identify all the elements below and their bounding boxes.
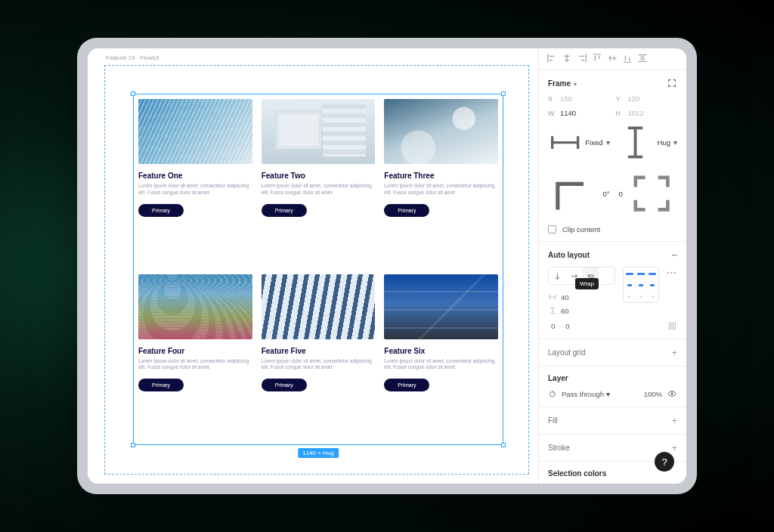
- card-image: [262, 99, 376, 164]
- card-title: Feature Two: [262, 172, 376, 180]
- card-primary-button[interactable]: Primary: [262, 379, 307, 391]
- svg-point-3: [671, 393, 673, 395]
- alignment-toolbar: [539, 48, 686, 70]
- feature-card[interactable]: Feature Six Lorem ipsum dolor sit amet, …: [384, 274, 498, 441]
- design-canvas[interactable]: Feature 19 · FlowUI 1140 × Hug Feature O…: [88, 48, 538, 484]
- svg-point-2: [550, 392, 556, 397]
- height-field[interactable]: H1012: [616, 109, 678, 117]
- card-primary-button[interactable]: Primary: [384, 204, 429, 217]
- selection-colors-heading: Selection colors: [548, 469, 606, 478]
- x-field[interactable]: X150: [548, 94, 610, 103]
- direction-vertical-button[interactable]: [549, 268, 565, 284]
- card-title: Feature One: [138, 172, 252, 180]
- width-mode-dropdown[interactable]: Fixed▾: [548, 123, 610, 162]
- card-description: Lorem ipsum dolor sit amet, consectetur …: [384, 183, 498, 196]
- feature-card-grid: Feature One Lorem ipsum dolor sit amet, …: [138, 99, 498, 440]
- card-description: Lorem ipsum dolor sit amet, consectetur …: [262, 183, 376, 196]
- align-vcenter-icon[interactable]: [607, 53, 618, 63]
- blend-mode-dropdown[interactable]: Pass through ▾: [562, 390, 610, 398]
- card-primary-button[interactable]: Primary: [262, 204, 307, 217]
- frame-heading[interactable]: Frame: [548, 79, 571, 88]
- card-primary-button[interactable]: Primary: [138, 204, 184, 217]
- y-field[interactable]: Y120: [616, 94, 678, 103]
- card-image: [138, 99, 252, 164]
- wrap-tooltip: Wrap: [575, 278, 599, 289]
- selection-handle-bottom-left[interactable]: [131, 443, 135, 447]
- selection-handle-bottom-right[interactable]: [501, 443, 506, 447]
- height-mode-dropdown[interactable]: Hug▾: [616, 123, 678, 162]
- vertical-gap-field[interactable]: 60: [548, 306, 615, 315]
- auto-layout-section: Auto layout − Wrap: [539, 242, 686, 339]
- feature-card[interactable]: Feature Four Lorem ipsum dolor sit amet,…: [138, 274, 252, 441]
- layer-heading: Layer: [548, 374, 568, 382]
- corner-radius-field[interactable]: 0: [616, 168, 678, 219]
- feature-card[interactable]: Feature Two Lorem ipsum dolor sit amet, …: [262, 99, 376, 265]
- properties-panel: Frame▾ X150 Y120 W1140 H1012 Fixed▾ Hug▾: [538, 48, 686, 484]
- align-hcenter-icon[interactable]: [562, 53, 572, 63]
- card-primary-button[interactable]: Primary: [384, 379, 429, 391]
- horizontal-gap-icon: [548, 292, 557, 302]
- card-description: Lorem ipsum dolor sit amet, consectetur …: [384, 358, 498, 372]
- card-description: Lorem ipsum dolor sit amet, consectetur …: [138, 183, 252, 196]
- auto-layout-heading: Auto layout: [548, 251, 590, 259]
- clip-content-label: Clip content: [562, 225, 600, 234]
- layer-section: Layer Pass through ▾ 100%: [539, 367, 686, 407]
- rotation-icon: [548, 168, 599, 219]
- add-stroke-button[interactable]: +: [671, 442, 677, 453]
- frame-name-label[interactable]: Feature 19 · FlowUI: [106, 54, 159, 61]
- alignment-box[interactable]: [623, 267, 659, 303]
- selection-handle-top-left[interactable]: [131, 91, 135, 96]
- card-image: [384, 99, 498, 164]
- selection-size-badge: 1140 × Hug: [298, 448, 339, 458]
- layout-grid-section[interactable]: Layout grid +: [539, 339, 686, 367]
- feature-card[interactable]: Feature Three Lorem ipsum dolor sit amet…: [384, 99, 498, 265]
- card-description: Lorem ipsum dolor sit amet, consectetur …: [262, 358, 376, 372]
- selected-autolayout-frame[interactable]: 1140 × Hug Feature One Lorem ipsum dolor…: [133, 94, 503, 445]
- vertical-padding-field[interactable]: 0: [562, 322, 569, 330]
- width-field[interactable]: W1140: [548, 109, 610, 117]
- align-top-icon[interactable]: [592, 53, 602, 63]
- align-bottom-icon[interactable]: [622, 53, 633, 63]
- resize-to-fit-icon[interactable]: [667, 78, 677, 88]
- rotation-field[interactable]: 0°: [548, 168, 610, 219]
- card-image: [384, 274, 498, 339]
- align-left-icon[interactable]: [546, 53, 557, 63]
- visibility-icon[interactable]: [667, 388, 677, 399]
- independent-corners-icon[interactable]: [626, 168, 677, 219]
- screen: Feature 19 · FlowUI 1140 × Hug Feature O…: [88, 48, 686, 484]
- horizontal-constraint-icon: [548, 125, 582, 159]
- clip-content-checkbox[interactable]: [548, 225, 556, 234]
- device-frame: Feature 19 · FlowUI 1140 × Hug Feature O…: [77, 38, 697, 494]
- card-image: [262, 274, 376, 339]
- align-right-icon[interactable]: [577, 53, 587, 63]
- selection-handle-top-right[interactable]: [501, 91, 506, 96]
- independent-padding-icon[interactable]: [667, 321, 677, 331]
- card-title: Feature Three: [384, 172, 498, 180]
- card-image: [138, 274, 252, 339]
- remove-autolayout-button[interactable]: −: [671, 249, 677, 261]
- svg-rect-1: [671, 325, 673, 327]
- frame-section: Frame▾ X150 Y120 W1140 H1012 Fixed▾ Hug▾: [539, 70, 686, 242]
- help-button[interactable]: ?: [655, 452, 674, 472]
- opacity-field[interactable]: 100%: [644, 390, 662, 398]
- card-title: Feature Six: [384, 347, 498, 355]
- card-primary-button[interactable]: Primary: [138, 379, 184, 391]
- feature-card[interactable]: Feature Five Lorem ipsum dolor sit amet,…: [262, 274, 376, 441]
- fill-section[interactable]: Fill+: [539, 407, 686, 435]
- blend-mode-icon: [548, 389, 557, 398]
- autolayout-advanced-button[interactable]: ⋯: [667, 267, 677, 278]
- horizontal-gap-field[interactable]: 40: [548, 292, 615, 302]
- vertical-constraint-icon: [616, 123, 655, 162]
- distribute-icon[interactable]: [637, 53, 648, 63]
- chevron-down-icon[interactable]: ▾: [574, 81, 577, 88]
- card-description: Lorem ipsum dolor sit amet, consectetur …: [138, 358, 252, 372]
- card-title: Feature Five: [262, 347, 376, 355]
- horizontal-padding-field[interactable]: 0: [548, 322, 555, 330]
- feature-card[interactable]: Feature One Lorem ipsum dolor sit amet, …: [138, 99, 252, 265]
- card-title: Feature Four: [138, 347, 252, 355]
- vertical-gap-icon: [548, 306, 557, 315]
- add-fill-button[interactable]: +: [671, 415, 677, 426]
- svg-rect-0: [669, 323, 675, 329]
- add-layout-grid-button[interactable]: +: [671, 347, 677, 358]
